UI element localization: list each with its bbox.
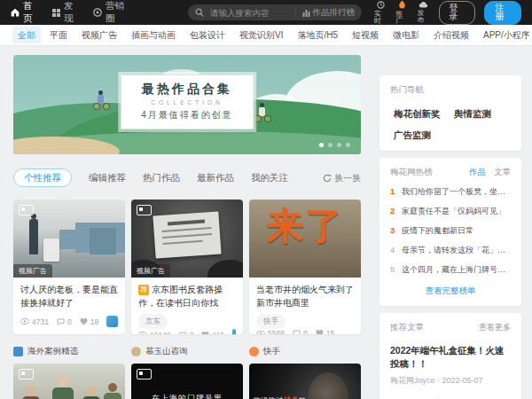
- feed-source-name: 快手: [263, 346, 280, 357]
- work-type-badge: 视频广告: [13, 264, 52, 278]
- carousel-dot[interactable]: [328, 143, 332, 147]
- work-title[interactable]: 讨人厌的老板，要是能直接换掉就好了: [20, 283, 118, 309]
- work-thumbnail[interactable]: 视频广告: [13, 200, 125, 278]
- hot-list-item[interactable]: 3 疫情下的魔都新日常: [390, 225, 511, 237]
- source-grid-icon: [13, 347, 23, 356]
- tab-personal-recommend[interactable]: 个性推荐: [13, 168, 72, 187]
- work-stats: 5568 0 15: [249, 329, 361, 334]
- category-item[interactable]: 微电影: [387, 27, 425, 43]
- refresh-button[interactable]: 换一换: [323, 172, 361, 184]
- source-avatar-icon: [249, 347, 259, 356]
- view-full-list-link[interactable]: 查看完整榜单: [390, 286, 511, 297]
- promote-button[interactable]: 推广: [395, 0, 408, 25]
- comments-stat: 0: [293, 329, 308, 334]
- work-thumbnail[interactable]: 视频广告: [131, 200, 243, 278]
- nav-home[interactable]: 首页: [11, 0, 40, 25]
- face-illustration: [308, 372, 348, 399]
- search-bar[interactable]: 作品排行榜: [188, 4, 362, 20]
- category-item[interactable]: 落地页/H5: [292, 27, 343, 43]
- views-stat: 5568: [256, 329, 285, 334]
- feed-source[interactable]: 快手: [249, 346, 361, 357]
- link-ad-monitor[interactable]: 广告监测: [390, 129, 450, 142]
- search-input[interactable]: [208, 7, 291, 19]
- feed-source[interactable]: 慕玉山咨询: [131, 346, 243, 357]
- likes-stat: 18: [80, 317, 98, 326]
- cyclist-illustration: [254, 103, 271, 122]
- hot-list-item[interactable]: 5 这个四月，藏在上海门牌号里的春天: [390, 264, 511, 276]
- video-thumbnail[interactable]: [13, 364, 125, 399]
- hot-list-item[interactable]: 4 母亲节，请转发这段「花」给妈妈看: [390, 245, 511, 256]
- subtitle-text: 吃没吃过沙县的: [254, 395, 307, 399]
- poster-caption: · · · · · · · · · · · · · · ·: [249, 270, 361, 275]
- hot-list-tab-works[interactable]: 作品: [469, 167, 486, 178]
- hero-banner[interactable]: 最热作品合集 COLLECTION 4月最值得看的创意: [13, 55, 361, 154]
- comments-stat: 3: [179, 331, 194, 335]
- category-bar: 全部 平面 视频广告 插画与动画 包装设计 视觉识别VI 落地页/H5 短视频 …: [0, 25, 532, 46]
- hot-list-title: 梅花网热榜: [390, 167, 433, 178]
- work-card[interactable]: 来了 · · · · · · · · · · · · · · · 当老市井的烟火…: [249, 200, 361, 334]
- work-thumbnail[interactable]: 来了 · · · · · · · · · · · · · · ·: [249, 200, 361, 278]
- bar-chart-icon: [302, 9, 310, 17]
- nav-home-label: 首页: [23, 0, 40, 25]
- hot-list-item[interactable]: 1 我们给你留了一个板凳，坐不坐？: [390, 186, 511, 198]
- category-item[interactable]: 平面: [44, 27, 73, 43]
- author-avatar[interactable]: [106, 316, 118, 327]
- realtime-button[interactable]: 实时: [374, 1, 387, 25]
- nav-marketing[interactable]: 营销圈: [93, 0, 131, 25]
- heart-icon: [80, 318, 88, 325]
- work-card-body: 荐京东图书反套路操作，在读书日向你找「买」书 京东: [131, 278, 243, 329]
- brand-tag[interactable]: 京东: [138, 314, 168, 329]
- article-item[interactable]: 2022年端午礼盒征集！火速投稿！！ 梅花网Joyce · 2022-05-07: [390, 344, 511, 387]
- brand-tag[interactable]: 快手: [256, 314, 286, 329]
- recommended-badge: 荐: [138, 285, 149, 295]
- carousel-dot[interactable]: [346, 143, 350, 147]
- views-stat: 19149: [138, 331, 171, 335]
- page: 首页 发现 营销圈 作品排行榜 实时 推广: [0, 0, 532, 399]
- category-item[interactable]: 介绍视频: [428, 27, 474, 43]
- hot-list-tab-articles[interactable]: 文章: [494, 167, 511, 178]
- link-opinion-monitor[interactable]: 舆情监测: [450, 108, 511, 121]
- publish-button[interactable]: 发布: [417, 1, 429, 24]
- tab-hot-works[interactable]: 热门作品: [143, 172, 180, 184]
- likes-stat: 115: [201, 331, 224, 335]
- carousel-dot[interactable]: [319, 143, 324, 147]
- work-card[interactable]: 视频广告 讨人厌的老板，要是能直接换掉就好了 4731 0: [13, 200, 125, 334]
- feed-source[interactable]: 海外案例精选: [13, 346, 125, 357]
- category-item[interactable]: 视频广告: [76, 27, 122, 43]
- work-title[interactable]: 当老市井的烟火气来到了新市井电商里: [256, 283, 354, 309]
- sidebar: 热门导航 梅花创新奖 舆情监测 广告监测 梅花网热榜 作品 文章 1 我们给你留…: [379, 75, 521, 399]
- author-avatar[interactable]: [232, 329, 236, 334]
- tab-newest-works[interactable]: 最新作品: [197, 172, 234, 184]
- category-item[interactable]: 插画与动画: [126, 27, 181, 43]
- eye-icon: [256, 331, 265, 335]
- comment-icon: [57, 318, 65, 325]
- feed-column: 快手 吃没吃过沙县的: [249, 346, 361, 399]
- work-card-body: 当老市井的烟火气来到了新市井电商里 快手: [249, 278, 361, 329]
- register-button[interactable]: 注册: [484, 1, 521, 25]
- tab-my-follow[interactable]: 我的关注: [251, 172, 288, 184]
- category-item[interactable]: 短视频: [347, 27, 384, 43]
- link-meihua-award[interactable]: 梅花创新奖: [390, 108, 450, 121]
- view-more-link[interactable]: 查看更多: [479, 322, 511, 333]
- category-all[interactable]: 全部: [12, 27, 41, 43]
- category-item[interactable]: APP/小程序: [478, 27, 532, 43]
- tab-editor-recommend[interactable]: 编辑推荐: [89, 172, 126, 184]
- video-thumbnail[interactable]: 吃没吃过沙县的: [249, 364, 361, 399]
- login-button[interactable]: 登录: [439, 1, 476, 25]
- video-thumbnail[interactable]: 在上海的门牌号里: [131, 364, 243, 399]
- work-card[interactable]: 视频广告 荐京东图书反套路操作，在读书日向你找「买」书 京东 19149: [131, 200, 243, 334]
- feed-column: 海外案例精选: [13, 346, 125, 399]
- hot-list-item[interactable]: 2 家庭责任不是「仅妈妈可见」: [390, 206, 511, 217]
- category-item[interactable]: 包装设计: [184, 27, 231, 43]
- ranking-button[interactable]: 作品排行榜: [295, 7, 356, 19]
- video-icon: [137, 369, 152, 379]
- home-icon: [11, 8, 20, 17]
- category-item[interactable]: 视觉识别VI: [234, 27, 288, 43]
- work-title[interactable]: 荐京东图书反套路操作，在读书日向你找「买」书: [138, 283, 236, 309]
- likes-stat: 15: [316, 329, 334, 334]
- work-card-body: 讨人厌的老板，要是能直接换掉就好了: [13, 278, 125, 316]
- articles-title: 推荐文章: [390, 322, 424, 333]
- carousel-dot[interactable]: [337, 143, 341, 147]
- nav-discover[interactable]: 发现: [52, 0, 81, 25]
- refresh-label: 换一换: [334, 172, 361, 184]
